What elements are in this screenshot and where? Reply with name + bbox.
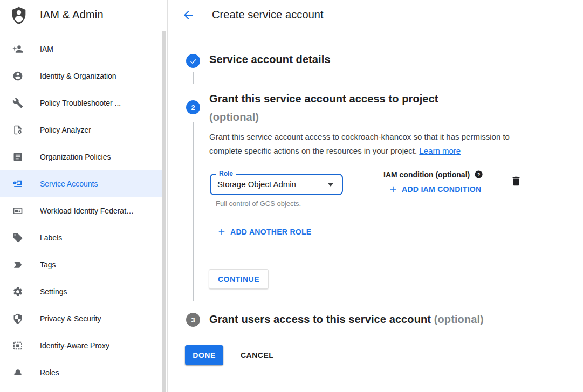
sidebar-item-iam[interactable]: IAM (0, 36, 162, 63)
sidebar-item-label: Settings (40, 287, 67, 296)
role-field-value: Storage Object Admin (211, 175, 342, 194)
check-icon (189, 57, 197, 65)
iap-icon (12, 340, 23, 351)
back-button[interactable] (182, 9, 195, 22)
step3-optional-label: (optional) (434, 313, 484, 325)
tag-arrow-icon (12, 259, 23, 270)
trash-icon (510, 175, 522, 187)
sidebar-item-label: Tags (40, 260, 56, 269)
step2-optional-label: (optional) (209, 111, 259, 123)
step3-title: Grant users access to this service accou… (209, 313, 484, 326)
sidebar-item-workload-identity-federat[interactable]: Workload Identity Federat… (0, 197, 162, 224)
add-another-role-button[interactable]: ADD ANOTHER ROLE (217, 227, 312, 237)
step1-completed-indicator (186, 54, 200, 68)
step3-indicator: 3 (186, 313, 200, 327)
svg-text:?: ? (477, 172, 481, 177)
page: IAM & Admin IAMIdentity & OrganizationPo… (0, 0, 583, 392)
gear-icon (12, 286, 23, 297)
shield-half-icon (12, 313, 23, 324)
sidebar-item-label: Identity-Aware Proxy (40, 341, 109, 350)
role-field-label: Role (216, 170, 236, 177)
sidebar-item-label: Service Accounts (40, 180, 98, 188)
sidebar-item-roles[interactable]: Roles (0, 359, 162, 386)
step2-description: Grant this service account access to coc… (209, 130, 529, 158)
sidebar-scrollbar[interactable] (162, 31, 166, 392)
sidebar-item-tags[interactable]: Tags (0, 251, 162, 278)
step3-title-text: Grant users access to this service accou… (209, 313, 431, 325)
iam-condition-header: IAM condition (optional) ? (383, 170, 483, 179)
sidebar-item-label: Identity & Organization (40, 72, 116, 80)
sidebar-item-identity-aware-proxy[interactable]: Identity-Aware Proxy (0, 332, 162, 359)
page-title: Create service account (212, 9, 324, 21)
add-iam-condition-button[interactable]: ADD IAM CONDITION (388, 184, 481, 194)
hat-icon (12, 367, 23, 378)
arrow-back-icon (182, 9, 195, 22)
sidebar-item-label: Workload Identity Federat… (40, 207, 134, 215)
role-select[interactable]: Role Storage Object Admin (210, 174, 343, 195)
card-icon (12, 205, 23, 216)
step2-description-text: Grant this service account access to coc… (209, 132, 510, 155)
plus-icon (388, 184, 398, 194)
sidebar-item-privacy-security[interactable]: Privacy & Security (0, 305, 162, 332)
stepper-connector (193, 72, 194, 84)
sidebar-item-label: Policy Analyzer (40, 126, 91, 134)
cancel-button[interactable]: CANCEL (234, 345, 280, 365)
learn-more-link[interactable]: Learn more (419, 146, 461, 155)
plus-icon (217, 227, 227, 237)
sidebar-item-organization-policies[interactable]: Organization Policies (0, 143, 162, 170)
sidebar: IAM & Admin IAMIdentity & OrganizationPo… (0, 0, 168, 392)
label-icon (12, 232, 23, 243)
wrench-icon (12, 98, 23, 108)
add-another-role-label: ADD ANOTHER ROLE (230, 228, 312, 236)
sidebar-item-label: IAM (40, 45, 53, 53)
app-title: IAM & Admin (40, 9, 104, 21)
topbar: Create service account (168, 0, 583, 30)
sidebar-nav: IAMIdentity & OrganizationPolicy Trouble… (0, 36, 162, 386)
org-policies-icon (12, 152, 23, 162)
sidebar-header: IAM & Admin (0, 0, 167, 30)
continue-button[interactable]: CONTINUE (209, 269, 269, 289)
add-iam-condition-label: ADD IAM CONDITION (402, 185, 481, 194)
stepper-connector (193, 122, 194, 301)
iam-condition-label: IAM condition (optional) (383, 170, 470, 179)
person-add-icon (12, 44, 23, 54)
sidebar-item-identity-organization[interactable]: Identity & Organization (0, 63, 162, 90)
sidebar-item-labels[interactable]: Labels (0, 224, 162, 251)
main-content: Service account details 2 Grant this ser… (168, 30, 583, 392)
policy-analyzer-icon (12, 125, 23, 135)
delete-role-button[interactable] (510, 175, 522, 187)
step2-number: 2 (191, 104, 195, 112)
sidebar-item-label: Organization Policies (40, 153, 111, 161)
sidebar-item-label: Labels (40, 233, 62, 242)
sidebar-item-policy-troubleshooter[interactable]: Policy Troubleshooter ... (0, 90, 162, 116)
caret-down-icon (328, 183, 333, 187)
step3-number: 3 (191, 316, 195, 324)
sidebar-item-settings[interactable]: Settings (0, 278, 162, 305)
step2-indicator: 2 (186, 100, 200, 114)
sidebar-item-service-accounts[interactable]: Service Accounts (0, 170, 162, 197)
step2-title: Grant this service account access to pro… (209, 90, 500, 126)
iam-admin-shield-icon (10, 6, 28, 24)
help-icon[interactable]: ? (474, 170, 483, 179)
account-circle-icon (12, 71, 23, 81)
sidebar-item-label: Roles (40, 368, 59, 377)
role-helper-text: Full control of GCS objects. (216, 200, 301, 208)
step2-title-text: Grant this service account access to pro… (209, 93, 438, 105)
sidebar-item-label: Privacy & Security (40, 314, 101, 323)
step1-title: Service account details (209, 53, 331, 66)
sidebar-item-policy-analyzer[interactable]: Policy Analyzer (0, 116, 162, 143)
done-button[interactable]: DONE (185, 345, 223, 365)
sidebar-item-label: Policy Troubleshooter ... (40, 99, 121, 107)
service-account-icon (12, 178, 23, 189)
